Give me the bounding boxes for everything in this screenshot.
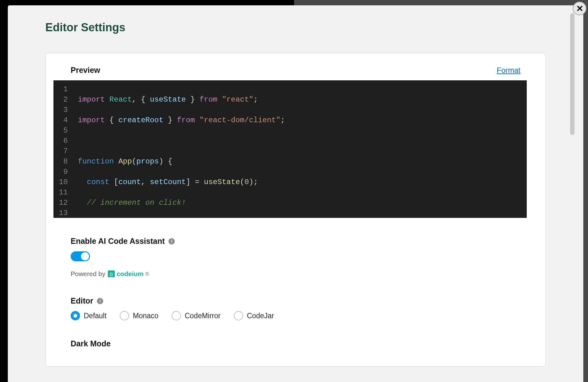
codeium-logo-icon: {} <box>108 270 115 277</box>
ai-assistant-toggle[interactable] <box>71 251 90 261</box>
radio-label: CodeJar <box>247 312 274 320</box>
toggle-knob <box>81 252 89 260</box>
close-button[interactable]: ✕ <box>573 2 586 15</box>
code-editor-preview[interactable]: 1 2 3 4 5 6 7 8 9 10 11 12 13 import Rea… <box>53 80 527 218</box>
line-number: 4 <box>53 115 68 125</box>
powered-by-text: Powered by <box>71 270 105 278</box>
line-number: 6 <box>53 136 68 146</box>
radio-input[interactable] <box>234 311 243 320</box>
radio-label: Default <box>84 312 107 320</box>
line-number-gutter: 1 2 3 4 5 6 7 8 9 10 11 12 13 <box>53 80 72 218</box>
ai-assistant-section: Enable AI Code Assistant i Powered by {}… <box>71 237 520 278</box>
scrollbar-thumb[interactable] <box>570 13 575 135</box>
radio-codemirror[interactable]: CodeMirror <box>172 311 221 320</box>
info-icon[interactable]: i <box>97 298 103 304</box>
line-number: 5 <box>53 125 68 136</box>
code-content[interactable]: import React, { useState } from "react";… <box>72 80 527 218</box>
format-link[interactable]: Format <box>497 66 520 75</box>
line-number: 12 <box>53 198 68 208</box>
line-number: 2 <box>53 94 68 105</box>
line-number: 11 <box>53 187 68 198</box>
info-icon[interactable]: i <box>168 238 175 244</box>
line-number: 3 <box>53 105 68 115</box>
radio-input[interactable] <box>172 311 181 320</box>
line-number: 13 <box>53 208 68 218</box>
line-number: 9 <box>53 167 68 177</box>
radio-codejar[interactable]: CodeJar <box>234 311 274 320</box>
radio-input[interactable] <box>71 311 80 320</box>
ai-assistant-title: Enable AI Code Assistant i <box>71 237 520 246</box>
dark-mode-label: Dark Mode <box>71 339 111 348</box>
line-number: 8 <box>53 156 68 167</box>
editor-choice-title: Editor i <box>71 296 520 305</box>
dark-mode-section: Dark Mode <box>71 339 520 348</box>
settings-card: Preview Format 1 2 3 4 5 6 7 8 9 10 11 1… <box>45 53 546 367</box>
radio-label: Monaco <box>133 312 158 320</box>
dark-mode-title: Dark Mode <box>71 339 520 348</box>
editor-choice-label: Editor <box>71 296 93 305</box>
codeium-name: codeium <box>117 270 143 278</box>
modal-title: Editor Settings <box>45 21 546 34</box>
line-number: 1 <box>53 84 68 94</box>
editor-radio-group: Default Monaco CodeMirror CodeJar <box>71 311 520 320</box>
powered-by-row: Powered by {} codeium ⧉ <box>71 270 520 278</box>
radio-input[interactable] <box>120 311 129 320</box>
preview-label: Preview <box>71 66 100 75</box>
preview-header: Preview Format <box>71 66 520 75</box>
radio-default[interactable]: Default <box>71 311 107 320</box>
close-icon: ✕ <box>576 3 583 14</box>
editor-settings-modal: Editor Settings Preview Format 1 2 3 4 5… <box>8 5 583 382</box>
radio-label: CodeMirror <box>185 312 221 320</box>
ai-assistant-label: Enable AI Code Assistant <box>71 237 165 246</box>
editor-choice-section: Editor i Default Monaco CodeMirror <box>71 296 520 320</box>
radio-monaco[interactable]: Monaco <box>120 311 158 320</box>
external-link-icon: ⧉ <box>145 271 149 277</box>
codeium-link[interactable]: {} codeium ⧉ <box>108 270 149 278</box>
line-number: 10 <box>53 177 68 187</box>
line-number: 7 <box>53 146 68 156</box>
